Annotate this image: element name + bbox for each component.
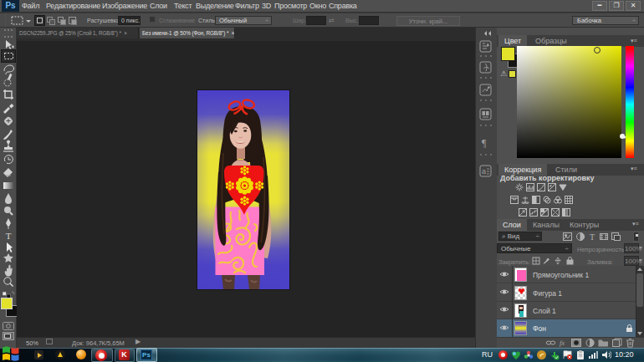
svg-text:T: T [590, 232, 595, 242]
svg-text:fx: fx [560, 339, 565, 347]
svg-text:a: a [482, 167, 486, 176]
svg-text:¶: ¶ [482, 137, 487, 149]
svg-text:T: T [6, 231, 12, 241]
